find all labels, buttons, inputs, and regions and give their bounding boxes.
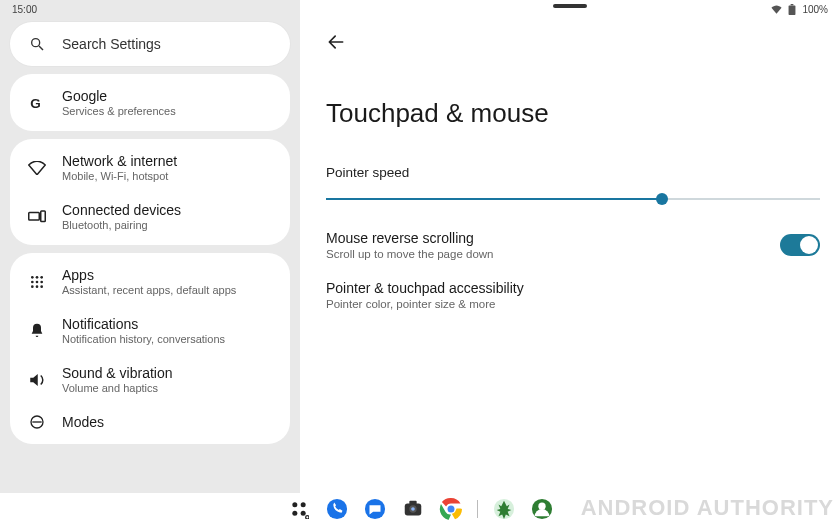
sidebar-item-network[interactable]: Network & internet Mobile, Wi-Fi, hotspo… [10,143,290,192]
sidebar-item-apps[interactable]: Apps Assistant, recent apps, default app… [10,257,290,306]
search-placeholder: Search Settings [62,36,161,52]
pointer-accessibility-title: Pointer & touchpad accessibility [326,280,524,296]
settings-sidebar: Search Settings G Google Services & pref… [0,0,300,493]
phone-app-icon[interactable] [325,497,349,521]
app-drawer-icon[interactable] [287,497,311,521]
wifi-icon [26,161,48,175]
reverse-scrolling-sub: Scroll up to move the page down [326,248,494,260]
sidebar-item-sub: Bluetooth, pairing [62,219,181,231]
svg-rect-0 [789,5,796,15]
svg-point-22 [305,516,308,519]
sidebar-item-modes[interactable]: Modes [10,404,290,440]
slider-fill [326,198,662,200]
chrome-app-icon[interactable] [439,497,463,521]
sound-icon [26,372,48,388]
sidebar-item-label: Apps [62,267,236,283]
svg-point-19 [300,502,305,507]
taskbar [0,493,840,525]
svg-rect-6 [41,211,46,222]
battery-pct: 100% [802,4,828,15]
sidebar-group-apps: Apps Assistant, recent apps, default app… [10,253,290,444]
status-bar: 15:00 100% [0,0,840,18]
pointer-speed-section: Pointer speed [326,165,820,208]
page-title: Touchpad & mouse [326,98,820,129]
sidebar-item-label: Network & internet [62,153,177,169]
sidebar-group-network: Network & internet Mobile, Wi-Fi, hotspo… [10,139,290,245]
svg-point-18 [292,502,297,507]
sidebar-item-label: Sound & vibration [62,365,173,381]
svg-point-9 [40,276,43,279]
sidebar-item-label: Google [62,88,176,104]
bell-icon [26,322,48,340]
taskbar-app-1-icon[interactable] [492,497,516,521]
svg-point-14 [36,285,39,288]
pointer-speed-slider[interactable] [326,190,820,208]
taskbar-app-2-icon[interactable] [530,497,554,521]
wifi-status-icon [771,5,782,14]
sidebar-item-sub: Volume and haptics [62,382,173,394]
battery-status-icon [788,4,796,15]
svg-point-7 [31,276,34,279]
search-settings[interactable]: Search Settings [10,22,290,66]
sidebar-group-google: G Google Services & preferences [10,74,290,131]
svg-point-15 [40,285,43,288]
search-icon [26,36,48,52]
sidebar-item-sub: Services & preferences [62,105,176,117]
sidebar-item-label: Modes [62,414,104,430]
svg-point-20 [292,511,297,516]
reverse-scrolling-row[interactable]: Mouse reverse scrolling Scroll up to mov… [326,230,820,260]
pointer-accessibility-sub: Pointer color, pointer size & more [326,298,524,310]
sidebar-item-label: Connected devices [62,202,181,218]
svg-point-10 [31,280,34,283]
camera-app-icon[interactable] [401,497,425,521]
status-time: 15:00 [12,4,37,15]
svg-rect-28 [409,501,416,505]
svg-point-11 [36,280,39,283]
svg-point-27 [411,507,415,511]
sidebar-item-connected-devices[interactable]: Connected devices Bluetooth, pairing [10,192,290,241]
pointer-accessibility-row[interactable]: Pointer & touchpad accessibility Pointer… [326,280,820,310]
sidebar-item-sound[interactable]: Sound & vibration Volume and haptics [10,355,290,404]
google-icon: G [26,94,48,112]
svg-point-13 [31,285,34,288]
messages-app-icon[interactable] [363,497,387,521]
sidebar-item-notifications[interactable]: Notifications Notification history, conv… [10,306,290,355]
main-panel: Touchpad & mouse Pointer speed Mouse rev… [300,0,840,493]
sidebar-item-google[interactable]: G Google Services & preferences [10,78,290,127]
svg-text:G: G [30,95,41,110]
sidebar-item-sub: Assistant, recent apps, default apps [62,284,236,296]
apps-icon [26,274,48,290]
sidebar-item-label: Notifications [62,316,225,332]
svg-line-3 [39,46,43,50]
svg-point-2 [32,39,40,47]
reverse-scrolling-toggle[interactable] [780,234,820,256]
devices-icon [26,210,48,224]
svg-point-8 [36,276,39,279]
modes-icon [26,414,48,430]
slider-thumb[interactable] [656,193,668,205]
sidebar-item-sub: Mobile, Wi-Fi, hotspot [62,170,177,182]
svg-point-12 [40,280,43,283]
toggle-knob [800,236,818,254]
svg-point-21 [300,511,305,516]
pointer-speed-label: Pointer speed [326,165,820,180]
svg-rect-1 [791,4,794,5]
reverse-scrolling-title: Mouse reverse scrolling [326,230,494,246]
back-button[interactable] [326,32,820,52]
taskbar-separator [477,500,478,518]
sidebar-item-sub: Notification history, conversations [62,333,225,345]
svg-rect-5 [29,212,40,220]
svg-point-34 [538,503,545,510]
